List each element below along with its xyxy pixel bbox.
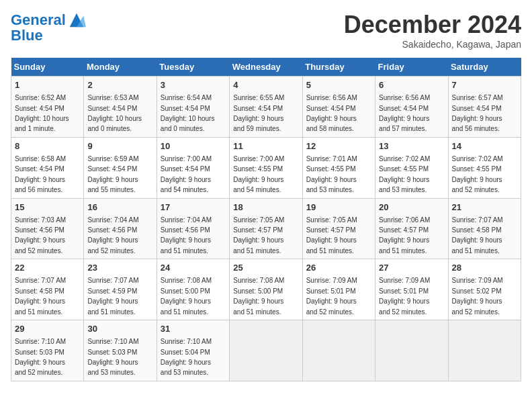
page-header: General Blue December 2024 Sakaidecho, K… [11, 11, 521, 50]
day-number: 1 [15, 79, 80, 91]
day-number: 27 [379, 262, 444, 274]
day-number: 5 [306, 79, 371, 91]
day-info: Sunrise: 7:07 AM Sunset: 4:59 PM Dayligh… [87, 277, 138, 315]
calendar-cell: 12Sunrise: 7:01 AM Sunset: 4:55 PM Dayli… [302, 137, 375, 198]
calendar-cell: 25Sunrise: 7:08 AM Sunset: 5:00 PM Dayli… [230, 259, 302, 320]
title-area: December 2024 Sakaidecho, Kagawa, Japan [344, 11, 521, 50]
day-info: Sunrise: 6:57 AM Sunset: 4:54 PM Dayligh… [452, 94, 503, 132]
calendar-cell: 9Sunrise: 6:59 AM Sunset: 4:54 PM Daylig… [84, 137, 157, 198]
day-number: 12 [306, 140, 371, 152]
calendar-cell: 11Sunrise: 7:00 AM Sunset: 4:55 PM Dayli… [230, 137, 302, 198]
day-info: Sunrise: 6:58 AM Sunset: 4:54 PM Dayligh… [15, 155, 66, 193]
day-info: Sunrise: 7:09 AM Sunset: 5:01 PM Dayligh… [379, 277, 430, 315]
day-number: 29 [15, 323, 80, 335]
header-day-thursday: Thursday [302, 58, 375, 77]
day-number: 22 [15, 262, 80, 274]
week-row-4: 22Sunrise: 7:07 AM Sunset: 4:58 PM Dayli… [11, 259, 521, 320]
day-info: Sunrise: 7:05 AM Sunset: 4:57 PM Dayligh… [306, 216, 357, 255]
day-number: 8 [15, 140, 80, 152]
calendar-cell [302, 320, 375, 381]
day-number: 10 [161, 140, 226, 152]
calendar-cell: 31Sunrise: 7:10 AM Sunset: 5:04 PM Dayli… [157, 320, 229, 381]
calendar-cell: 30Sunrise: 7:10 AM Sunset: 5:03 PM Dayli… [84, 320, 157, 381]
calendar-cell: 14Sunrise: 7:02 AM Sunset: 4:55 PM Dayli… [448, 137, 521, 198]
calendar-cell: 3Sunrise: 6:54 AM Sunset: 4:54 PM Daylig… [157, 77, 229, 138]
day-number: 15 [15, 201, 80, 214]
day-info: Sunrise: 7:07 AM Sunset: 4:58 PM Dayligh… [452, 216, 503, 255]
calendar-cell: 8Sunrise: 6:58 AM Sunset: 4:54 PM Daylig… [11, 137, 84, 198]
day-number: 2 [87, 79, 152, 91]
calendar-cell [375, 320, 448, 381]
day-number: 9 [87, 140, 152, 152]
calendar-cell: 13Sunrise: 7:02 AM Sunset: 4:55 PM Dayli… [375, 137, 448, 198]
day-number: 20 [379, 201, 444, 214]
header-day-sunday: Sunday [11, 58, 84, 77]
day-number: 13 [379, 140, 444, 152]
day-info: Sunrise: 6:52 AM Sunset: 4:54 PM Dayligh… [15, 94, 69, 132]
calendar-cell: 29Sunrise: 7:10 AM Sunset: 5:03 PM Dayli… [11, 320, 84, 381]
calendar-cell: 6Sunrise: 6:56 AM Sunset: 4:54 PM Daylig… [375, 77, 448, 138]
day-number: 19 [306, 201, 371, 214]
calendar-table: SundayMondayTuesdayWednesdayThursdayFrid… [11, 58, 521, 381]
day-number: 3 [161, 79, 226, 91]
calendar-cell [230, 320, 302, 381]
week-row-2: 8Sunrise: 6:58 AM Sunset: 4:54 PM Daylig… [11, 137, 521, 198]
day-number: 28 [452, 262, 517, 274]
day-info: Sunrise: 6:59 AM Sunset: 4:54 PM Dayligh… [87, 155, 138, 193]
header-day-friday: Friday [375, 58, 448, 77]
day-number: 21 [452, 201, 517, 214]
calendar-cell: 17Sunrise: 7:04 AM Sunset: 4:56 PM Dayli… [157, 198, 229, 259]
day-number: 31 [161, 323, 226, 335]
day-info: Sunrise: 6:53 AM Sunset: 4:54 PM Dayligh… [87, 94, 142, 132]
calendar-cell: 19Sunrise: 7:05 AM Sunset: 4:57 PM Dayli… [302, 198, 375, 259]
day-info: Sunrise: 6:55 AM Sunset: 4:54 PM Dayligh… [233, 94, 284, 132]
calendar-cell [448, 320, 521, 381]
calendar-cell: 5Sunrise: 6:56 AM Sunset: 4:54 PM Daylig… [302, 77, 375, 138]
header-day-saturday: Saturday [448, 58, 521, 77]
calendar-cell: 15Sunrise: 7:03 AM Sunset: 4:56 PM Dayli… [11, 198, 84, 259]
day-number: 11 [233, 140, 298, 152]
day-info: Sunrise: 7:00 AM Sunset: 4:55 PM Dayligh… [233, 155, 284, 193]
day-info: Sunrise: 7:08 AM Sunset: 5:00 PM Dayligh… [233, 277, 284, 315]
header-day-tuesday: Tuesday [157, 58, 229, 77]
header-day-monday: Monday [84, 58, 157, 77]
day-info: Sunrise: 7:10 AM Sunset: 5:03 PM Dayligh… [87, 338, 138, 376]
day-info: Sunrise: 7:04 AM Sunset: 4:56 PM Dayligh… [87, 216, 138, 255]
day-number: 25 [233, 262, 298, 274]
day-info: Sunrise: 7:03 AM Sunset: 4:56 PM Dayligh… [15, 216, 66, 255]
day-info: Sunrise: 7:04 AM Sunset: 4:56 PM Dayligh… [161, 216, 212, 255]
day-number: 18 [233, 201, 298, 214]
week-row-1: 1Sunrise: 6:52 AM Sunset: 4:54 PM Daylig… [11, 77, 521, 138]
day-info: Sunrise: 7:09 AM Sunset: 5:01 PM Dayligh… [306, 277, 357, 315]
calendar-cell: 18Sunrise: 7:05 AM Sunset: 4:57 PM Dayli… [230, 198, 302, 259]
day-info: Sunrise: 7:09 AM Sunset: 5:02 PM Dayligh… [452, 277, 503, 315]
day-number: 26 [306, 262, 371, 274]
calendar-cell: 7Sunrise: 6:57 AM Sunset: 4:54 PM Daylig… [448, 77, 521, 138]
calendar-cell: 20Sunrise: 7:06 AM Sunset: 4:57 PM Dayli… [375, 198, 448, 259]
calendar-cell: 26Sunrise: 7:09 AM Sunset: 5:01 PM Dayli… [302, 259, 375, 320]
day-info: Sunrise: 7:08 AM Sunset: 5:00 PM Dayligh… [161, 277, 212, 315]
day-info: Sunrise: 7:10 AM Sunset: 5:04 PM Dayligh… [161, 338, 212, 376]
day-number: 4 [233, 79, 298, 91]
day-info: Sunrise: 6:56 AM Sunset: 4:54 PM Dayligh… [379, 94, 430, 132]
day-info: Sunrise: 7:02 AM Sunset: 4:55 PM Dayligh… [379, 155, 430, 193]
day-number: 16 [87, 201, 152, 214]
calendar-cell: 1Sunrise: 6:52 AM Sunset: 4:54 PM Daylig… [11, 77, 84, 138]
day-number: 14 [452, 140, 517, 152]
day-info: Sunrise: 7:06 AM Sunset: 4:57 PM Dayligh… [379, 216, 430, 255]
day-number: 24 [161, 262, 226, 274]
calendar-cell: 21Sunrise: 7:07 AM Sunset: 4:58 PM Dayli… [448, 198, 521, 259]
logo-icon [67, 11, 86, 30]
month-title: December 2024 [344, 11, 521, 39]
day-info: Sunrise: 7:02 AM Sunset: 4:55 PM Dayligh… [452, 155, 503, 193]
calendar-cell: 4Sunrise: 6:55 AM Sunset: 4:54 PM Daylig… [230, 77, 302, 138]
calendar-cell: 16Sunrise: 7:04 AM Sunset: 4:56 PM Dayli… [84, 198, 157, 259]
day-number: 23 [87, 262, 152, 274]
day-info: Sunrise: 6:56 AM Sunset: 4:54 PM Dayligh… [306, 94, 357, 132]
day-info: Sunrise: 7:01 AM Sunset: 4:55 PM Dayligh… [306, 155, 357, 193]
logo-text: General [11, 12, 66, 28]
week-row-3: 15Sunrise: 7:03 AM Sunset: 4:56 PM Dayli… [11, 198, 521, 259]
day-info: Sunrise: 7:07 AM Sunset: 4:58 PM Dayligh… [15, 277, 66, 315]
calendar-cell: 2Sunrise: 6:53 AM Sunset: 4:54 PM Daylig… [84, 77, 157, 138]
calendar-cell: 22Sunrise: 7:07 AM Sunset: 4:58 PM Dayli… [11, 259, 84, 320]
